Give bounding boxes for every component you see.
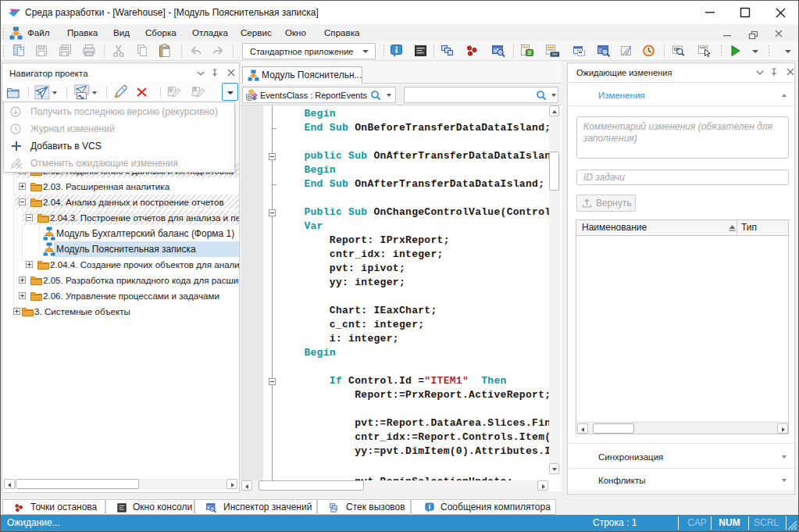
- svg-text:.net: .net: [551, 52, 558, 56]
